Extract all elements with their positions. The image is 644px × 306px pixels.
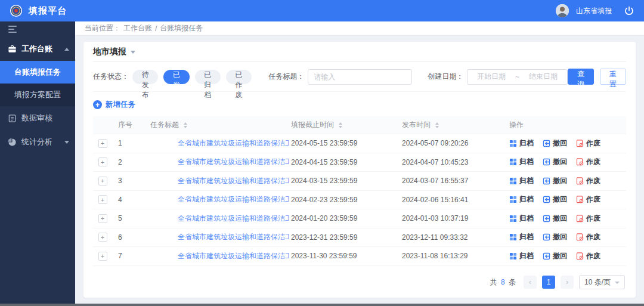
invalidate-action[interactable]: 作废 bbox=[576, 214, 600, 224]
status-pill-已作废[interactable]: 已作废 bbox=[226, 70, 252, 84]
page-size-value: 10 条/页 bbox=[584, 277, 611, 288]
task-title-link[interactable]: 全省城市建筑垃圾运输和道路保洁工作月报表（2024年4月） bbox=[178, 138, 289, 149]
deadline-column-header[interactable]: 填报截止时间 bbox=[289, 120, 400, 130]
archive-action[interactable]: 归档 bbox=[509, 214, 534, 224]
sidebar-item-ledger-task[interactable]: 台账填报任务 bbox=[0, 61, 75, 84]
withdraw-action-label: 撤回 bbox=[553, 176, 567, 186]
breadcrumb-level2[interactable]: 台账填报任务 bbox=[160, 23, 203, 33]
invalidate-icon bbox=[576, 158, 584, 166]
archive-action[interactable]: 归档 bbox=[509, 232, 534, 242]
task-title-link[interactable]: 全省城市建筑垃圾运输和道路保洁工作月报表（2024年1月） bbox=[178, 194, 289, 205]
page-number-button[interactable]: 1 bbox=[542, 276, 555, 289]
status-pill-待发布[interactable]: 待发布 bbox=[132, 70, 158, 84]
task-title-input[interactable] bbox=[308, 69, 412, 85]
withdraw-action[interactable]: 撤回 bbox=[543, 138, 567, 149]
deadline-cell: 2024-01-20 23:59:59 bbox=[289, 214, 400, 222]
archive-action[interactable]: 归档 bbox=[509, 251, 534, 261]
sidebar-nav: 工作台账 台账填报任务 填报方案配置 数据审核 bbox=[0, 21, 75, 304]
breadcrumb: 当前位置： 工作台账 / 台账填报任务 bbox=[75, 21, 644, 36]
create-date-range-picker[interactable]: 开始日期 ~ 结束日期 bbox=[467, 69, 568, 85]
task-title-link[interactable]: 全省城市建筑垃圾运输和道路保洁工作月报表（2024年2月） bbox=[178, 176, 289, 186]
published-column-header[interactable]: 发布时间 bbox=[400, 120, 507, 130]
page-size-select[interactable]: 10 条/页 bbox=[579, 275, 625, 289]
sidebar-item-plan-config[interactable]: 填报方案配置 bbox=[0, 84, 75, 106]
expand-row-button[interactable]: + bbox=[98, 195, 107, 204]
expand-row-button[interactable]: + bbox=[98, 214, 107, 223]
app-title: 填报平台 bbox=[29, 5, 67, 17]
invalidate-action[interactable]: 作废 bbox=[576, 157, 600, 167]
sort-icon bbox=[339, 122, 342, 128]
withdraw-action[interactable]: 撤回 bbox=[543, 232, 567, 242]
sidebar-item-data-review[interactable]: 数据审核 bbox=[0, 106, 75, 130]
status-pill-已发布[interactable]: 已发布 bbox=[163, 70, 189, 84]
reset-button[interactable]: 重 置 bbox=[600, 69, 626, 85]
task-title-link[interactable]: 全省城市建筑垃圾运输和道路保洁工作月报表（11月） bbox=[178, 232, 289, 242]
add-task-label: 新增任务 bbox=[106, 100, 135, 110]
invalidate-action[interactable]: 作废 bbox=[576, 194, 600, 205]
expand-row-button[interactable]: + bbox=[98, 233, 107, 242]
invalidate-action[interactable]: 作废 bbox=[576, 176, 600, 186]
clipboard-check-icon bbox=[8, 114, 17, 123]
archive-action-label: 归档 bbox=[519, 251, 534, 261]
sidebar-item-stats[interactable]: 统计分析 bbox=[0, 130, 75, 154]
withdraw-action[interactable]: 撤回 bbox=[543, 176, 567, 186]
withdraw-action[interactable]: 撤回 bbox=[543, 194, 567, 205]
archive-icon bbox=[509, 215, 517, 222]
sidebar-item-work-ledger[interactable]: 工作台账 bbox=[0, 37, 75, 61]
expand-row-button[interactable]: + bbox=[98, 139, 107, 148]
filter-buttons: 查 询 重 置 bbox=[568, 69, 626, 85]
status-pill-已归档[interactable]: 已归档 bbox=[195, 70, 221, 84]
total-count-text: 共 8 条 bbox=[490, 277, 516, 288]
title-column-header[interactable]: 任务标题 bbox=[143, 120, 289, 130]
invalidate-action[interactable]: 作废 bbox=[576, 251, 600, 261]
row-index: 6 bbox=[112, 233, 143, 242]
sidebar-item-label: 台账填报任务 bbox=[14, 67, 61, 78]
expand-row-button[interactable]: + bbox=[98, 252, 107, 261]
withdraw-icon bbox=[543, 215, 550, 222]
invalidate-icon bbox=[576, 252, 584, 260]
archive-action[interactable]: 归档 bbox=[509, 194, 534, 205]
invalidate-icon bbox=[576, 215, 584, 222]
archive-icon bbox=[509, 140, 517, 147]
published-cell: 2024-04-07 10:45:23 bbox=[400, 158, 507, 166]
invalidate-icon bbox=[576, 140, 584, 147]
withdraw-action-label: 撤回 bbox=[553, 138, 567, 149]
row-index: 5 bbox=[112, 214, 143, 222]
breadcrumb-level1[interactable]: 工作台账 bbox=[123, 23, 152, 33]
withdraw-action[interactable]: 撤回 bbox=[543, 157, 567, 167]
sidebar-collapse-toggle[interactable] bbox=[0, 21, 75, 37]
table-row: + 2 全省城市建筑垃圾运输和道路保洁工作月报表（2024年3月） 2024-0… bbox=[93, 153, 626, 172]
archive-action[interactable]: 归档 bbox=[509, 138, 534, 149]
chevron-down-icon bbox=[64, 141, 69, 144]
withdraw-action[interactable]: 撤回 bbox=[543, 251, 567, 261]
task-title-link[interactable]: 全省城市建筑垃圾运输和道路保洁工作月报表（10月） bbox=[178, 251, 289, 261]
status-filter-label: 任务状态： bbox=[93, 72, 129, 82]
withdraw-icon bbox=[543, 233, 550, 241]
invalidate-action[interactable]: 作废 bbox=[576, 232, 600, 242]
archive-icon bbox=[509, 177, 517, 185]
deadline-cell: 2024-03-15 23:59:59 bbox=[289, 177, 400, 185]
table-row: + 1 全省城市建筑垃圾运输和道路保洁工作月报表（2024年4月） 2024-0… bbox=[93, 134, 626, 153]
actions-column-header: 操作 bbox=[507, 120, 626, 130]
task-title-link[interactable]: 全省城市建筑垃圾运输和道路保洁工作月报表（2024年3月） bbox=[178, 157, 289, 167]
prev-page-button[interactable]: ‹ bbox=[524, 276, 537, 289]
withdraw-icon bbox=[543, 196, 550, 203]
sidebar-item-label: 数据审核 bbox=[21, 113, 69, 123]
withdraw-action[interactable]: 撤回 bbox=[543, 214, 567, 224]
row-index: 7 bbox=[112, 252, 143, 260]
search-button[interactable]: 查 询 bbox=[568, 69, 594, 85]
task-title-link[interactable]: 全省城市建筑垃圾运输和道路保洁工作月报表（12月） bbox=[178, 214, 289, 224]
next-page-button[interactable]: › bbox=[561, 276, 574, 289]
invalidate-action-label: 作废 bbox=[586, 194, 600, 205]
logout-power-icon[interactable] bbox=[624, 5, 634, 16]
archive-action[interactable]: 归档 bbox=[509, 157, 534, 167]
invalidate-action[interactable]: 作废 bbox=[576, 138, 600, 149]
archive-action-label: 归档 bbox=[519, 176, 534, 186]
add-task-button[interactable]: + 新增任务 bbox=[93, 100, 135, 110]
expand-row-button[interactable]: + bbox=[98, 177, 107, 186]
expand-row-button[interactable]: + bbox=[98, 157, 107, 166]
withdraw-action-label: 撤回 bbox=[553, 232, 567, 242]
user-avatar[interactable] bbox=[556, 4, 569, 17]
archive-action[interactable]: 归档 bbox=[509, 176, 534, 186]
tab-city-report[interactable]: 地市填报 bbox=[93, 47, 126, 57]
